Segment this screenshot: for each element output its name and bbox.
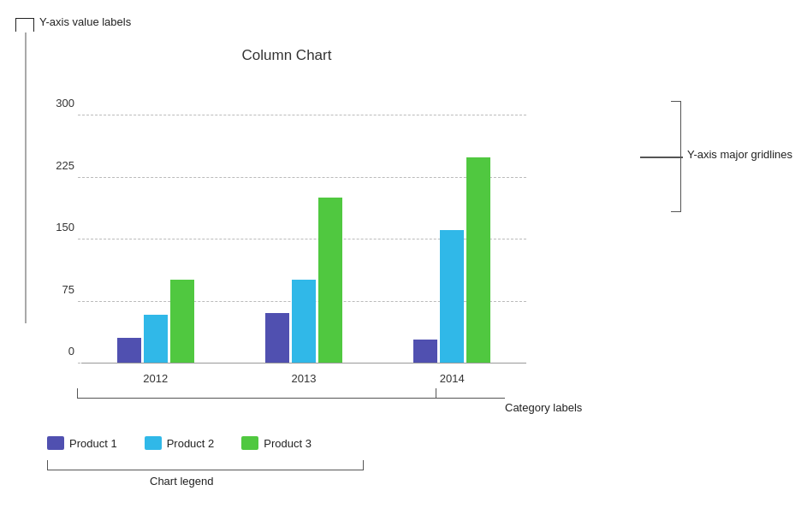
bar-2013-product3 [318,198,342,363]
page-container: Y-axis value labels Column Chart 300 225… [0,0,801,532]
bar-2012-product1 [117,338,141,363]
ylabel-75: 75 [47,282,74,295]
legend-color-product3 [241,436,258,450]
category-bracket-container: Category labels [77,383,436,399]
ylabel-300: 300 [47,97,74,109]
legend-label-product2: Product 2 [167,437,215,450]
yaxis-gridlines-ann-line [640,157,683,158]
yaxis-gridlines-bracket-container [666,101,681,212]
group-2013 [265,198,342,363]
bar-2013-product2 [292,280,316,363]
legend-color-product1 [47,436,64,450]
bars-container [81,73,526,364]
ylabel-150: 150 [47,221,74,233]
yaxis-gridlines-annotation: Y-axis major gridlines [687,148,792,161]
legend-color-product2 [145,436,162,450]
yaxis-label-text: Y-axis value labels [39,15,131,28]
legend-label-product3: Product 3 [264,437,312,450]
legend-bracket-container: Chart legend [47,453,364,470]
legend-label-product1: Product 1 [69,437,117,450]
legend: Product 1 Product 2 Product 3 [47,436,312,450]
category-label-annotation: Category labels [505,401,582,414]
bar-2012-product3 [170,280,194,363]
ylabel-225: 225 [47,158,74,171]
group-2014 [413,157,490,363]
legend-item-product3: Product 3 [241,436,312,450]
category-bracket-line [436,398,505,399]
bar-2012-product2 [144,315,168,363]
legend-annotation-label: Chart legend [150,475,213,488]
chart-area: Column Chart 300 225 150 75 0 [47,47,526,381]
bar-2014-product1 [413,340,437,363]
group-2012 [117,280,194,363]
chart-inner: 300 225 150 75 0 [47,73,526,364]
bar-2014-product3 [466,157,490,363]
bar-2014-product2 [440,230,464,363]
ylabel-0: 0 [47,345,74,358]
chart-title: Column Chart [47,47,526,64]
legend-bracket [47,460,364,470]
category-bracket [77,388,436,399]
bar-2013-product1 [265,313,289,363]
legend-item-product1: Product 1 [47,436,117,450]
legend-item-product2: Product 2 [145,436,215,450]
yaxis-label-annotation: Y-axis value labels [15,15,131,32]
